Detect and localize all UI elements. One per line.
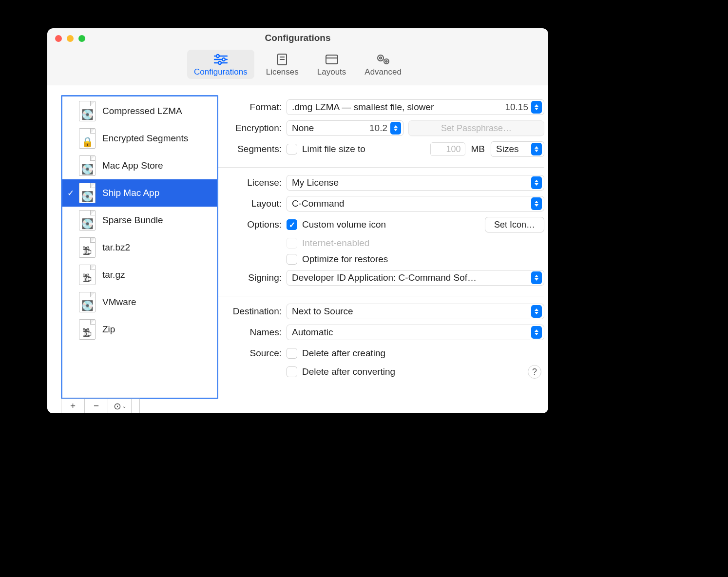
sizes-select[interactable]: Sizes [491,141,544,157]
archive-icon: 🗜 [79,237,96,258]
svg-rect-9 [326,55,338,64]
list-item[interactable]: 💽VMware [62,288,217,316]
stepper-icon [390,122,401,135]
more-actions-button[interactable]: ⊙⌄ [108,399,132,413]
tab-label: Licenses [266,67,299,77]
set-icon-button[interactable]: Set Icon… [485,217,544,232]
limit-file-size-checkbox[interactable] [287,144,297,154]
delete-after-converting-label: Delete after converting [302,366,395,377]
window-icon [324,53,340,66]
signing-select[interactable]: Developer ID Application: C-Command Sof… [287,270,544,286]
window: Configurations Configurations Licenses L… [47,28,548,413]
svg-point-1 [216,55,219,58]
svg-point-13 [384,59,389,64]
source-label: Source: [218,348,282,359]
encryption-select[interactable]: None 10.2 [287,120,403,136]
disk-image-icon: 💽 [79,155,96,176]
disk-image-icon: 💽 [79,101,96,121]
list-item[interactable]: 💽Sparse Bundle [62,207,217,234]
options-label: Options: [218,219,282,230]
list-item[interactable]: 🗜tar.bz2 [62,234,217,261]
tab-layouts[interactable]: Layouts [310,50,353,79]
internet-enabled-checkbox [287,238,297,249]
list-item[interactable]: 💽Compressed LZMA [62,97,217,125]
optimize-restores-label: Optimize for restores [302,254,388,265]
segment-size-field[interactable]: 100 [430,142,465,156]
svg-point-12 [380,57,382,59]
window-title: Configurations [265,33,330,43]
zoom-icon[interactable] [78,35,85,42]
license-icon [274,53,290,66]
list-item[interactable]: 🗜tar.gz [62,261,217,288]
format-select[interactable]: .dmg LZMA — smallest file, slower 10.15 [287,99,544,115]
set-passphrase-button: Set Passphrase… [408,120,544,136]
svg-point-5 [218,61,221,64]
details-panel: Format: .dmg LZMA — smallest file, slowe… [218,85,548,413]
layout-label: Layout: [218,198,282,209]
layout-select[interactable]: C-Command [287,196,544,212]
stepper-icon [531,176,542,189]
help-button[interactable]: ? [528,365,541,379]
checkmark-icon: ✓ [67,188,74,198]
list-footer: + − ⊙⌄ [61,399,140,413]
license-label: License: [218,177,282,188]
window-traffic-lights [55,35,85,42]
titlebar: Configurations [47,28,548,48]
configurations-list[interactable]: 💽Compressed LZMA 🔒Encrypted Segments 💽Ma… [61,95,218,399]
disk-image-icon: 💽 [79,292,96,312]
list-item[interactable]: 🔒Encrypted Segments [62,125,217,152]
list-item[interactable]: 💽Mac App Store [62,152,217,179]
stepper-icon [531,143,542,155]
tab-label: Configurations [194,67,248,77]
names-select[interactable]: Automatic [287,325,544,340]
license-select[interactable]: My License [287,175,544,191]
stepper-icon [531,326,542,339]
destination-select[interactable]: Next to Source [287,304,544,319]
add-button[interactable]: + [61,399,85,413]
toolbar: Configurations Licenses Layouts Advanced [47,48,548,85]
destination-label: Destination: [218,306,282,317]
left-panel: 💽Compressed LZMA 🔒Encrypted Segments 💽Ma… [47,85,218,413]
svg-point-14 [386,60,387,62]
tab-label: Layouts [317,67,346,77]
custom-volume-icon-label: Custom volume icon [302,219,386,230]
tab-configurations[interactable]: Configurations [187,50,254,79]
content: 💽Compressed LZMA 🔒Encrypted Segments 💽Ma… [47,85,548,413]
tab-label: Advanced [364,67,402,77]
svg-point-3 [222,58,225,61]
delete-after-creating-label: Delete after creating [302,348,385,359]
minimize-icon[interactable] [67,35,74,42]
gears-icon [375,53,391,66]
archive-icon: 🗜 [79,319,96,340]
svg-point-11 [378,55,383,61]
stepper-icon [531,101,542,114]
delete-after-converting-checkbox[interactable] [287,366,297,377]
archive-icon: 🗜 [79,265,96,285]
format-label: Format: [218,102,282,113]
segment-size-unit: MB [471,144,485,154]
disk-image-icon: 💽 [79,183,96,203]
stepper-icon [531,305,542,318]
segments-label: Segments: [218,144,282,154]
optimize-restores-checkbox[interactable] [287,254,297,265]
list-item[interactable]: 🗜Zip [62,316,217,343]
tab-licenses[interactable]: Licenses [259,50,306,79]
tab-advanced[interactable]: Advanced [358,50,408,79]
internet-enabled-label: Internet-enabled [302,238,369,249]
custom-volume-icon-checkbox[interactable] [287,219,297,230]
delete-after-creating-checkbox[interactable] [287,348,297,359]
stepper-icon [531,197,542,210]
sliders-icon [212,53,229,66]
list-item-selected[interactable]: ✓💽Ship Mac App [62,179,217,207]
remove-button[interactable]: − [85,399,108,413]
disk-image-icon: 💽 [79,210,96,231]
signing-label: Signing: [218,272,282,283]
stepper-icon [531,271,542,284]
lock-icon: 🔒 [79,128,96,149]
encryption-label: Encryption: [218,123,282,134]
close-icon[interactable] [55,35,62,42]
limit-file-size-label: Limit file size to [302,144,365,154]
chevron-down-icon: ⌄ [122,404,126,409]
names-label: Names: [218,327,282,338]
